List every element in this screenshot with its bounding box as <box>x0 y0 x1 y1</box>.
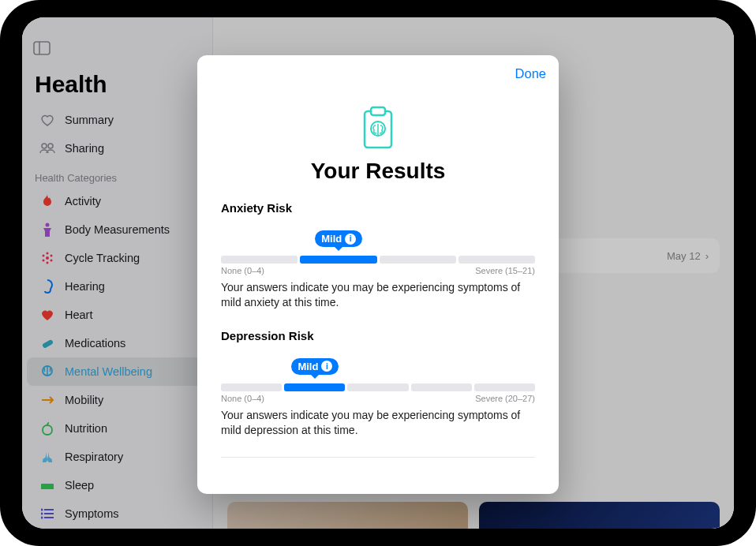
depression-max-label: Severe (20–27) <box>475 394 535 403</box>
results-title: Your Results <box>221 159 535 184</box>
segment <box>221 256 298 264</box>
segment <box>380 256 456 264</box>
anxiety-risk-block: Anxiety Risk Mild i None (0–4) Severe (1… <box>221 201 535 310</box>
anxiety-description: Your answers indicate you may be experie… <box>221 280 535 310</box>
segment <box>284 383 345 391</box>
results-modal: Done Your Results Anxiety Risk <box>197 55 559 494</box>
clipboard-brain-icon <box>221 105 535 151</box>
ipad-frame: 9:41 AM Mon Jun 10 100% Health Su <box>0 0 756 546</box>
segment <box>300 256 376 264</box>
anxiety-label: Anxiety Risk <box>221 201 535 215</box>
segment <box>347 383 408 391</box>
segment <box>221 383 282 391</box>
depression-label: Depression Risk <box>221 329 535 342</box>
info-icon: i <box>345 234 356 245</box>
anxiety-badge[interactable]: Mild i <box>315 230 362 247</box>
segment <box>458 256 535 264</box>
divider <box>221 457 535 458</box>
depression-description: Your answers indicate you may be experie… <box>221 408 535 438</box>
info-icon: i <box>321 361 332 372</box>
segment <box>411 383 472 391</box>
done-button[interactable]: Done <box>515 66 546 81</box>
screen: 9:41 AM Mon Jun 10 100% Health Su <box>22 17 734 529</box>
anxiety-min-label: None (0–4) <box>221 266 264 275</box>
depression-risk-block: Depression Risk Mild i None (0–4) Severe… <box>221 329 535 438</box>
segment <box>474 383 535 391</box>
depression-badge[interactable]: Mild i <box>291 358 339 375</box>
svg-rect-23 <box>371 107 385 115</box>
anxiety-max-label: Severe (15–21) <box>475 266 535 275</box>
anxiety-segment-bar <box>221 256 535 264</box>
depression-segment-bar <box>221 383 535 391</box>
depression-min-label: None (0–4) <box>221 394 264 403</box>
